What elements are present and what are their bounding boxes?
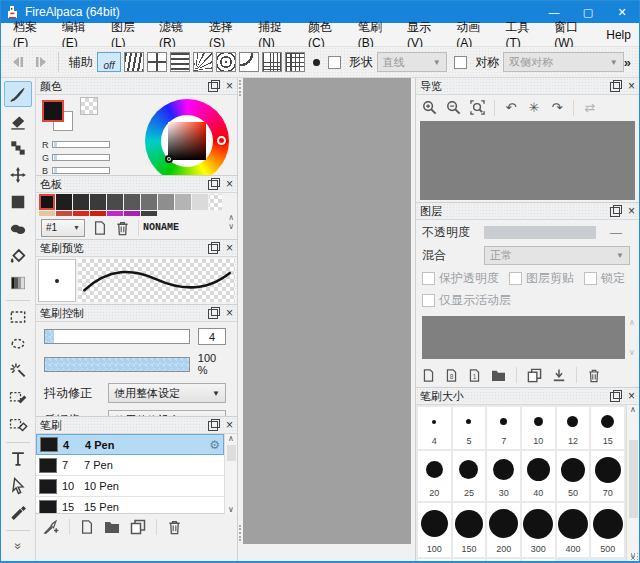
palette-swatch[interactable] — [141, 194, 157, 210]
rotate-left-icon[interactable]: ↶ — [504, 100, 518, 115]
stabilize-select[interactable]: 使用整体设定 ▼ — [108, 383, 226, 403]
float-panel-icon[interactable] — [208, 80, 220, 92]
shape-select[interactable]: 直线 ▼ — [377, 52, 447, 72]
close-panel-icon[interactable]: × — [226, 419, 233, 431]
assist-off-button[interactable]: off — [97, 52, 121, 72]
new-8bit-layer-icon[interactable]: 8 — [445, 368, 458, 383]
flip-horizontal-icon[interactable]: ⇄ — [583, 100, 597, 115]
antialias-select[interactable]: 使用整体设定 ▼ — [108, 410, 226, 417]
eraser-tool[interactable] — [4, 108, 32, 134]
palette-swatch[interactable] — [73, 194, 89, 210]
brush-size-400[interactable]: 400 — [557, 503, 590, 557]
brush-size-30[interactable]: 30 — [487, 451, 520, 501]
close-button[interactable]: ✕ — [605, 1, 639, 23]
brush-list-scroll-up-icon[interactable]: ∧ — [228, 434, 234, 443]
brush-size-partial[interactable] — [418, 559, 451, 561]
close-panel-icon[interactable]: × — [628, 205, 635, 217]
brush-opacity-slider[interactable] — [44, 357, 190, 372]
palette-swatch[interactable] — [107, 194, 123, 210]
brush-list-scroll-thumb[interactable] — [227, 445, 236, 461]
brush-size-70[interactable]: 70 — [591, 451, 624, 501]
transparent-color-swatch[interactable] — [80, 97, 98, 115]
zoom-in-icon[interactable] — [422, 100, 437, 115]
float-panel-icon[interactable] — [610, 205, 622, 217]
brush-size-150[interactable]: 150 — [453, 503, 486, 557]
b-slider[interactable] — [52, 167, 110, 174]
curve-icon[interactable] — [239, 52, 259, 72]
horizontal-lines-icon[interactable] — [170, 52, 190, 72]
delete-brush-icon[interactable] — [167, 519, 182, 535]
eyedropper-tool[interactable] — [4, 500, 32, 526]
brush-settings-gear-icon[interactable]: ⚙ — [209, 438, 220, 452]
palette-swatch[interactable] — [141, 211, 157, 216]
layer-scroll-up-icon[interactable]: ∧ — [629, 318, 635, 327]
reset-rotation-icon[interactable]: ✳ — [527, 100, 541, 115]
pixel-grid-icon[interactable] — [285, 52, 305, 72]
palette-scroll-down-icon[interactable]: ∨ — [228, 222, 234, 231]
bucket-tool[interactable] — [4, 243, 32, 269]
canvas-area[interactable] — [243, 78, 411, 544]
palette-swatch[interactable] — [107, 211, 123, 216]
palette-swatch[interactable] — [56, 211, 72, 216]
blend-mode-select[interactable]: 正常 ▼ — [484, 246, 630, 265]
saturation-value-square[interactable] — [168, 122, 206, 160]
float-panel-icon[interactable] — [208, 242, 220, 254]
brush-size-15[interactable]: 15 — [591, 407, 624, 449]
brush-list-item-15[interactable]: 1515 Pen — [36, 497, 224, 514]
brush-size-20[interactable]: 20 — [418, 451, 451, 501]
brush-size-7[interactable]: 7 — [487, 407, 520, 449]
palette-swatch[interactable] — [175, 194, 191, 210]
duplicate-layer-icon[interactable] — [527, 368, 542, 383]
blend-tool[interactable] — [4, 216, 32, 242]
fill-tool[interactable] — [4, 189, 32, 215]
new-layer-icon[interactable] — [422, 368, 435, 383]
zoom-fit-icon[interactable] — [470, 100, 485, 115]
palette-swatch[interactable] — [209, 194, 222, 210]
brush-size-12[interactable]: 12 — [557, 407, 590, 449]
brush-list-scroll-down-icon[interactable]: ∨ — [228, 505, 234, 514]
active-layer-only-checkbox[interactable] — [422, 294, 435, 307]
close-panel-icon[interactable]: × — [226, 178, 233, 190]
brush-list-item-10[interactable]: 1010 Pen — [36, 476, 224, 497]
brush-size-300[interactable]: 300 — [522, 503, 555, 557]
close-panel-icon[interactable]: × — [226, 80, 233, 92]
gradient-tool[interactable] — [4, 270, 32, 296]
symmetry-checkbox[interactable] — [454, 56, 467, 69]
foreground-background-swatches[interactable] — [42, 100, 76, 134]
close-panel-icon[interactable]: × — [628, 80, 635, 92]
brush-size-5[interactable]: 5 — [453, 407, 486, 449]
undo-arrow-icon[interactable] — [7, 51, 29, 73]
rotate-right-icon[interactable]: ↷ — [550, 100, 564, 115]
menu-item-12[interactable]: Help — [598, 25, 639, 45]
brush-size-10[interactable]: 10 — [522, 407, 555, 449]
navigator-preview[interactable] — [420, 121, 635, 200]
new-brush-icon[interactable] — [80, 519, 94, 535]
brush-folder-icon[interactable] — [104, 520, 120, 534]
lock-checkbox[interactable] — [584, 272, 597, 285]
protect-alpha-checkbox[interactable] — [422, 272, 435, 285]
close-panel-icon[interactable]: × — [226, 242, 233, 254]
float-panel-icon[interactable] — [208, 307, 220, 319]
select-pen-tool[interactable] — [4, 385, 32, 411]
delete-layer-icon[interactable] — [587, 368, 601, 383]
magic-wand-tool[interactable] — [4, 358, 32, 384]
close-panel-icon[interactable]: × — [628, 390, 635, 402]
palette-swatch[interactable] — [158, 194, 174, 210]
new-layer-folder-icon[interactable] — [491, 369, 506, 382]
dot-indicator-icon[interactable] — [313, 59, 320, 66]
palette-swatch[interactable] — [124, 211, 140, 216]
palette-swatch[interactable] — [56, 194, 72, 210]
add-brush-icon[interactable] — [42, 519, 59, 535]
close-panel-icon[interactable]: × — [226, 307, 233, 319]
dot-tool[interactable] — [4, 135, 32, 161]
move-tool[interactable] — [4, 162, 32, 188]
new-1bit-layer-icon[interactable]: 1 — [468, 368, 481, 383]
rect-select-tool[interactable] — [4, 304, 32, 330]
shape-checkbox[interactable] — [328, 56, 341, 69]
brush-size-slider[interactable] — [44, 329, 190, 344]
palette-swatch[interactable] — [124, 194, 140, 210]
palette-swatch[interactable] — [90, 194, 106, 210]
zoom-out-icon[interactable] — [446, 100, 461, 115]
brush-size-40[interactable]: 40 — [522, 451, 555, 501]
brush-size-100[interactable]: 100 — [418, 503, 451, 557]
